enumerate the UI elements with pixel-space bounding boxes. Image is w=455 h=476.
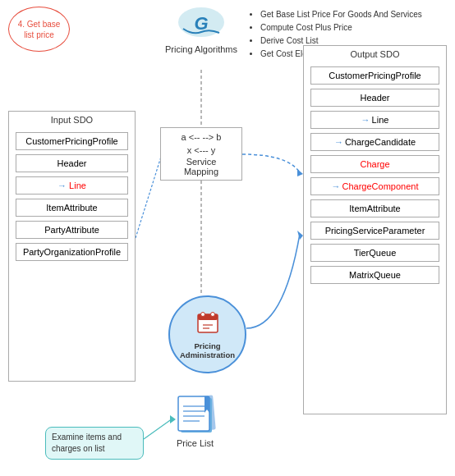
pricing-algorithms-section: G Pricing Algorithms — [152, 4, 250, 54]
pricing-admin-label: PricingAdministration — [180, 341, 235, 359]
output-tier-queue: TierQueue — [310, 244, 439, 262]
output-charge-candidate: →ChargeCandidate — [310, 133, 439, 151]
output-sdo-title: Output SDO — [304, 46, 446, 62]
svg-marker-2 — [297, 169, 303, 176]
service-mapping-arrows: a <-- --> bx <--- y — [182, 131, 222, 157]
bullet-2: Compute Cost Plus Price — [260, 21, 422, 34]
bullet-1: Get Base List Price For Goods And Servic… — [260, 8, 422, 21]
price-list-section: Price List — [160, 390, 230, 448]
svg-line-6 — [136, 154, 162, 238]
pricing-admin-circle: PricingAdministration — [168, 295, 246, 373]
output-header: Header — [310, 89, 439, 107]
input-party-attribute: PartyAttribute — [16, 221, 128, 239]
groovy-icon: G — [177, 4, 226, 41]
output-pricing-service-param: PricingServiceParameter — [310, 222, 439, 240]
input-line: →Line — [16, 176, 128, 195]
output-charge: Charge — [310, 155, 439, 173]
service-mapping-box: a <-- --> bx <--- y ServiceMapping — [160, 127, 242, 181]
svg-point-14 — [210, 312, 214, 316]
diagram: 4. Get base list price G Pricing Algorit… — [0, 0, 455, 476]
examine-items-bubble: Examine items and charges on list — [45, 427, 144, 460]
price-list-icon — [168, 390, 222, 435]
output-item-attribute: ItemAttribute — [310, 199, 439, 217]
output-charge-component: →ChargeComponent — [310, 177, 439, 195]
output-line: →Line — [310, 111, 439, 129]
pricing-algo-label: Pricing Algorithms — [152, 44, 250, 54]
price-list-label: Price List — [160, 438, 230, 448]
output-sdo-box: Output SDO CustomerPricingProfile Header… — [303, 45, 447, 414]
pricing-admin-icon — [195, 310, 220, 340]
step-4-bubble: 4. Get base list price — [8, 7, 70, 52]
svg-marker-3 — [297, 231, 303, 240]
svg-point-13 — [200, 312, 205, 316]
input-sdo-box: Input SDO CustomerPricingProfile Header … — [8, 111, 136, 382]
service-mapping-label: ServiceMapping — [184, 157, 218, 176]
input-header: Header — [16, 154, 128, 172]
output-customer-pricing-profile: CustomerPricingProfile — [310, 66, 439, 85]
input-party-org-profile: PartyOrganizationProfile — [16, 243, 128, 261]
input-customer-pricing-profile: CustomerPricingProfile — [16, 132, 128, 150]
input-sdo-title: Input SDO — [9, 112, 135, 128]
input-item-attribute: ItemAttribute — [16, 199, 128, 217]
output-matrix-queue: MatrixQueue — [310, 266, 439, 284]
